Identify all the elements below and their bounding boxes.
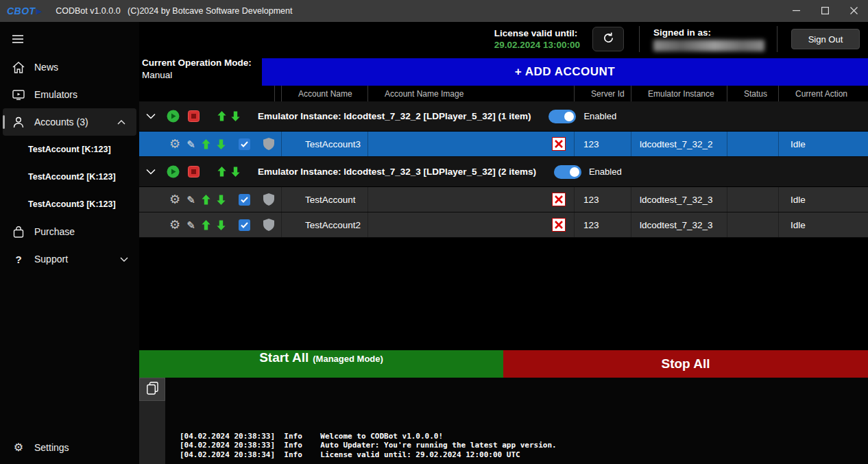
x-icon [552,193,566,206]
log-panel: [04.02.2024 20:38:33] Info Welcome to CO… [139,378,868,464]
move-account-down-button[interactable] [217,220,226,230]
cell-status [727,212,778,237]
close-button[interactable] [839,0,868,22]
move-group-up-button[interactable] [217,167,226,177]
move-account-down-button[interactable] [217,139,226,149]
toggle-label: Enabled [589,167,622,177]
top-header: License valid until: 29.02.2024 13:00:00… [139,22,868,56]
accounts-table: Account Name Account Name Image Server I… [139,86,868,238]
account-enabled-checkbox[interactable] [239,138,250,150]
header-emulator-instance: Emulator Instance [631,86,727,101]
start-group-button[interactable] [167,110,180,123]
up-arrow-icon [202,139,210,149]
cell-current-action: Idle [778,187,868,212]
sidebar-item-label: Settings [34,442,69,453]
sign-out-button[interactable]: Sign Out [791,29,860,49]
add-account-button[interactable]: + ADD ACCOUNT [262,58,868,86]
emulator-group-title: Emulator Instance: ldcodtest_7_32_3 [LDP… [258,167,536,177]
sign-out-label: Sign Out [808,34,843,45]
license-value: 29.02.2024 13:00:00 [494,40,580,50]
account-settings-button[interactable]: ⚙ [169,193,180,206]
copy-icon [147,382,158,398]
nav-menu-button[interactable] [0,22,139,53]
sidebar-item-emulators[interactable]: Emulators [0,81,139,108]
bag-icon [12,226,25,238]
collapse-group-button[interactable] [139,169,162,175]
toggle-knob [570,167,579,177]
sidebar-item-accounts[interactable]: Accounts (3) [3,108,136,136]
stop-group-button[interactable] [188,110,200,122]
move-account-down-button[interactable] [217,195,226,205]
cell-account-name-image [367,132,574,156]
start-group-button[interactable] [167,165,180,178]
log-gutter [139,378,165,464]
cell-current-action: Idle [778,132,868,156]
cell-current-action: Idle [778,212,868,237]
minimize-icon [793,5,800,17]
header-account-name: Account Name [281,86,367,101]
cell-emulator-instance: ldcodtest_7_32_2 [631,132,727,156]
up-arrow-icon [217,167,226,177]
edit-account-button[interactable]: ✎ [186,220,195,230]
app-logo: CBOT ▶ [7,5,42,16]
account-enabled-checkbox[interactable] [239,194,250,206]
edit-account-button[interactable]: ✎ [186,139,195,149]
remove-image-button[interactable] [552,218,566,232]
group-enabled-toggle[interactable] [548,110,576,123]
close-icon [850,5,858,17]
cell-account-name: TestAccount2 [281,212,367,237]
group-enabled-toggle[interactable] [554,165,581,179]
move-account-up-button[interactable] [202,195,210,205]
refresh-license-button[interactable] [592,27,624,51]
sidebar-item-purchase[interactable]: Purchase [0,218,139,245]
move-account-up-button[interactable] [202,220,210,230]
header-spacer [274,86,281,101]
edit-account-button[interactable]: ✎ [186,195,195,205]
copy-log-button[interactable] [139,378,165,401]
operation-mode-label: Current Operation Mode: [142,58,252,68]
chevron-up-icon [117,120,125,125]
sidebar-item-testaccount[interactable]: TestAccount [K:123] [0,136,139,163]
start-all-suffix: (Managed Mode) [313,354,383,364]
person-icon [12,117,25,128]
gear-icon: ⚙ [169,193,180,206]
sidebar-item-news[interactable]: News [0,53,139,81]
gear-icon: ⚙ [169,219,180,231]
sidebar-item-testaccount3[interactable]: TestAccount3 [K:123] [0,191,139,218]
minimize-button[interactable] [782,0,810,22]
maximize-button[interactable] [810,0,839,22]
sidebar-item-label: Emulators [34,89,77,100]
account-settings-button[interactable]: ⚙ [169,138,180,150]
collapse-group-button[interactable] [139,113,162,119]
up-arrow-icon [202,195,210,205]
sidebar-item-label: Support [34,254,68,265]
move-group-up-button[interactable] [217,111,226,121]
start-all-label: Start All [259,350,309,365]
account-row[interactable]: ⚙ ✎ TestAccount 123 ldcodtest_7_32_3 Idl… [139,187,868,212]
down-arrow-icon [217,220,226,230]
move-group-down-button[interactable] [231,167,240,177]
account-settings-button[interactable]: ⚙ [169,219,180,231]
account-enabled-checkbox[interactable] [239,219,250,231]
sidebar-item-settings[interactable]: ⚙ Settings [0,434,139,461]
cell-emulator-instance: ldcodtest_7_32_3 [631,187,727,212]
header-server-id: Server Id [574,86,631,101]
cell-status [727,132,778,156]
shield-icon [263,219,274,231]
account-row[interactable]: ⚙ ✎ TestAccount2 123 ldcodtest_7_32_3 Id… [139,212,868,238]
play-icon [167,110,180,123]
sidebar-item-support[interactable]: ? Support [0,245,139,273]
move-account-up-button[interactable] [202,139,210,149]
stop-group-button[interactable] [188,166,200,178]
sidebar-item-testaccount2[interactable]: TestAccount2 [K:123] [0,163,139,191]
remove-image-button[interactable] [552,137,566,151]
account-row[interactable]: ⚙ ✎ TestAccount3 123 ldcodtest_7_32_2 Id… [139,132,868,157]
gear-icon: ⚙ [169,138,180,150]
start-all-button[interactable]: Start All (Managed Mode) [139,350,503,378]
hamburger-icon [12,34,24,46]
move-group-down-button[interactable] [231,111,240,121]
operation-mode-block: Current Operation Mode: Manual [142,58,252,80]
remove-image-button[interactable] [552,193,566,206]
stop-all-button[interactable]: Stop All [503,350,868,378]
shield-icon [263,138,274,150]
